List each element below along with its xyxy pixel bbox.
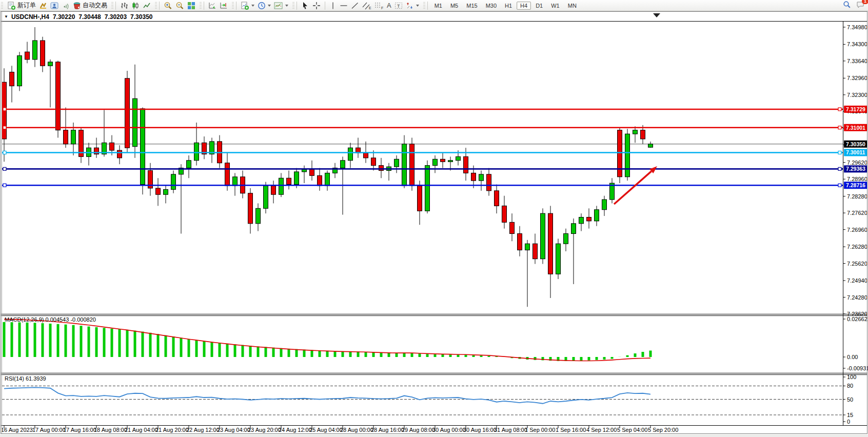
timeframe-button-d1[interactable]: D1 <box>532 2 546 10</box>
svg-text:7.26280: 7.26280 <box>847 244 867 250</box>
periods-button[interactable] <box>256 1 272 10</box>
chart-shift-marker[interactable] <box>653 13 660 17</box>
candlestick-chart-button[interactable] <box>130 1 141 10</box>
new-chart-button[interactable] <box>37 1 49 10</box>
line-chart-button[interactable] <box>141 1 152 10</box>
toolbar-grip[interactable] <box>1 2 3 9</box>
timeframe-button-m30[interactable]: M30 <box>482 2 500 10</box>
toolbar-grip[interactable] <box>200 2 202 9</box>
auto-scroll-button[interactable] <box>207 1 218 10</box>
hline-handle[interactable] <box>838 184 841 187</box>
timeframe-button-m5[interactable]: M5 <box>447 2 462 10</box>
ohlc-low: 7.30203 <box>105 13 127 21</box>
timeframe-button-w1[interactable]: W1 <box>547 2 563 10</box>
toolbar-separator <box>115 2 116 10</box>
svg-text:7.28280: 7.28280 <box>847 193 867 200</box>
svg-text:18 Aug 08:00: 18 Aug 08:00 <box>94 427 127 433</box>
hline-handle[interactable] <box>838 167 841 170</box>
fibonacci-icon: F <box>374 2 384 10</box>
trendline-button[interactable] <box>349 1 361 10</box>
horizontal-line-button[interactable] <box>338 1 349 10</box>
svg-text:16 Aug 2023: 16 Aug 2023 <box>1 427 33 433</box>
timeframe-button-h4[interactable]: H4 <box>517 2 531 10</box>
svg-text:T: T <box>397 3 400 8</box>
tile-windows-button[interactable] <box>186 1 197 10</box>
search-button[interactable] <box>843 1 851 10</box>
toolbar-grip[interactable] <box>155 2 157 9</box>
zoom-in-button[interactable] <box>162 1 174 10</box>
svg-text:23 Aug 04:00: 23 Aug 04:00 <box>217 427 250 433</box>
hline-handle[interactable] <box>3 126 6 129</box>
indicators-dropdown-caret[interactable] <box>251 5 254 8</box>
svg-text:22 Aug 12:00: 22 Aug 12:00 <box>186 427 220 433</box>
hline-handle[interactable] <box>3 184 6 187</box>
search-icon <box>843 1 851 9</box>
channel-button[interactable]: E <box>361 1 373 10</box>
hline-handle[interactable] <box>3 167 6 170</box>
new-order-label: 新订单 <box>17 1 36 10</box>
ohlc-open: 7.30220 <box>53 13 75 21</box>
timeframe-button-m15[interactable]: M15 <box>463 2 481 10</box>
ohlc-high: 7.30448 <box>78 13 101 21</box>
templates-button[interactable] <box>272 1 290 10</box>
profiles-button[interactable] <box>49 1 60 10</box>
svg-text:7.31729: 7.31729 <box>846 106 865 112</box>
main-toolbar: 新订单 自动交易 <box>0 0 868 11</box>
toolbar-grip[interactable] <box>232 2 234 9</box>
crosshair-button[interactable] <box>311 1 322 10</box>
channel-icon: E <box>362 2 371 10</box>
svg-text:7.30350: 7.30350 <box>846 141 865 147</box>
svg-text:31 Aug 08:00: 31 Aug 08:00 <box>494 427 527 433</box>
chart-symbol-timeframe: USDCNH-,H4 <box>11 13 49 21</box>
zoom-out-icon <box>175 2 184 10</box>
arrows-button[interactable] <box>404 1 421 10</box>
profiles-icon <box>50 2 58 10</box>
chart-shift-button[interactable] <box>218 1 229 10</box>
chart-shift-icon <box>220 2 228 10</box>
hline-handle[interactable] <box>3 151 6 154</box>
chart-menu-arrow[interactable]: ▼ <box>4 14 8 19</box>
svg-text:7.24940: 7.24940 <box>847 277 867 284</box>
svg-text:29 Aug 08:00: 29 Aug 08:00 <box>402 427 435 433</box>
vertical-line-button[interactable] <box>328 1 338 10</box>
new-order-button[interactable]: 新订单 <box>6 1 37 10</box>
bar-chart-button[interactable] <box>119 1 130 10</box>
cursor-icon <box>301 2 309 10</box>
svg-text:7.29363: 7.29363 <box>846 166 865 172</box>
toolbar-grip[interactable] <box>292 2 294 9</box>
periods-dropdown-caret[interactable] <box>268 5 271 8</box>
svg-text:7.24280: 7.24280 <box>847 294 867 301</box>
toolbar-separator <box>325 2 325 10</box>
zoom-out-button[interactable] <box>174 1 186 10</box>
signals-button[interactable] <box>60 1 71 10</box>
svg-text:0.026621: 0.026621 <box>847 316 868 322</box>
fibonacci-button[interactable]: F <box>373 1 385 10</box>
label-button[interactable]: T <box>393 1 404 10</box>
hline-handle[interactable] <box>3 108 6 111</box>
svg-text:7.28716: 7.28716 <box>846 182 865 188</box>
toolbar-grip[interactable] <box>423 2 425 9</box>
indicators-button[interactable] <box>239 1 256 10</box>
chart-canvas[interactable]: 7.349807.343007.336407.329607.323007.316… <box>0 0 868 437</box>
text-button[interactable]: A <box>385 1 393 10</box>
chat-button[interactable]: 1 <box>856 1 865 10</box>
toolbar-grip[interactable] <box>111 2 113 9</box>
cursor-button[interactable] <box>300 1 311 10</box>
timeframe-button-h1[interactable]: H1 <box>501 2 516 10</box>
svg-text:23 Aug 20:00: 23 Aug 20:00 <box>248 427 281 433</box>
timeframe-button-mn[interactable]: MN <box>564 2 580 10</box>
vertical-line-icon <box>329 2 337 10</box>
hline-handle[interactable] <box>838 108 841 111</box>
svg-text:7.31001: 7.31001 <box>846 125 865 131</box>
hline-handle[interactable] <box>838 126 841 129</box>
toolbar-separator <box>159 2 160 10</box>
autotrading-button[interactable]: 自动交易 <box>71 1 109 10</box>
templates-dropdown-caret[interactable] <box>285 5 288 8</box>
hline-handle[interactable] <box>838 151 841 154</box>
svg-text:1 Sep 00:00: 1 Sep 00:00 <box>525 427 555 433</box>
horizontal-scrollbar[interactable] <box>0 434 868 437</box>
zoom-in-icon <box>164 2 172 10</box>
timeframe-button-m1[interactable]: M1 <box>431 2 446 10</box>
candlestick-chart-icon <box>131 2 140 10</box>
arrows-dropdown-caret[interactable] <box>416 5 419 8</box>
